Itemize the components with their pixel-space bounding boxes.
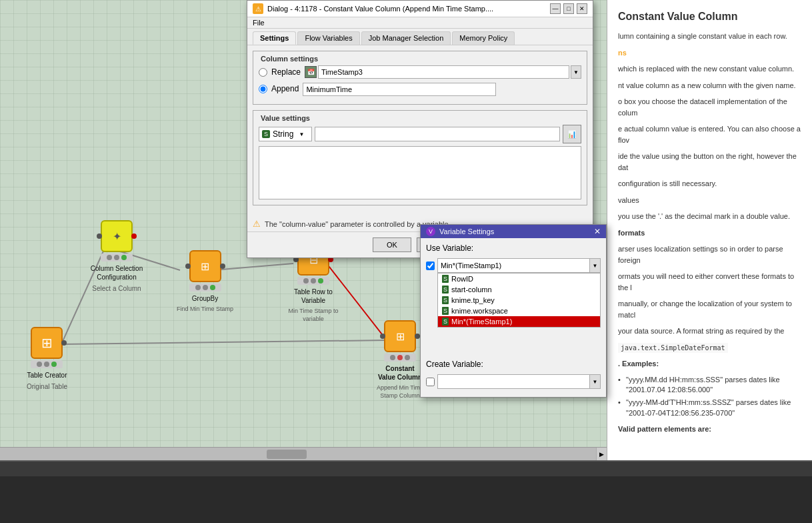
replace-combo: 📅 TimeStamp3 ▼ (305, 65, 581, 79)
ok-button[interactable]: OK (373, 237, 411, 252)
right-panel-para-7: configuration is still necessary. (618, 178, 801, 189)
traffic-dot-3 (318, 278, 323, 284)
minimize-button[interactable]: — (550, 3, 561, 14)
use-variable-dropdown-wrapper: Min*(TimeStamp1) ▼ S RowID S start-colum… (437, 258, 601, 273)
node-port-left (97, 233, 102, 239)
console-panel: Console Node Monitor — □ Console Node Mo… (0, 460, 812, 523)
dropdown-list: S RowID S start-column S knime.tp_key S … (437, 273, 601, 328)
dialog-title: Dialog - 4:1178 - Constant Value Column … (267, 5, 493, 13)
node-port-right (61, 340, 67, 346)
append-radio[interactable] (259, 85, 267, 93)
value-settings-label: Value settings (259, 114, 312, 122)
node-icon: ⊞ (41, 335, 53, 351)
dialog-title-icon: ⚠ (253, 3, 263, 14)
create-dropdown-arrow[interactable]: ▼ (589, 375, 600, 388)
var-close-button[interactable]: ✕ (594, 227, 601, 236)
traffic-dot-2 (114, 255, 119, 260)
right-panel-title: Constant Value Column (618, 11, 801, 23)
right-panel-decimal-note: you use the '.' as the decimal mark in a… (618, 211, 801, 222)
node-sublabel: Select a Column (92, 284, 141, 293)
dropdown-arrow-icon[interactable]: ▼ (589, 259, 600, 272)
right-panel-para-5: e actual column value is entered. You ca… (618, 123, 801, 145)
var-dialog-icon: V (426, 227, 435, 236)
example-1: "yyyy.MM.dd HH:mm:ss.SSS" parses dates l… (618, 375, 801, 396)
traffic-dot-2 (203, 285, 208, 290)
dropdown-item-knime-workspace[interactable]: S knime.workspace (438, 306, 600, 316)
example-2: "yyyy-MM-dd'T'HH:mm:ss.SSSZ" parses date… (618, 398, 801, 418)
dialog-menu: File (247, 17, 593, 29)
dialog-tabs: Settings Flow Variables Job Manager Sele… (247, 29, 593, 45)
node-column-selection[interactable]: ✦ Column Selection Configuration Select … (87, 220, 147, 293)
s-icon: S (442, 307, 449, 315)
replace-radio[interactable] (259, 68, 267, 77)
maximize-button[interactable]: □ (563, 3, 574, 14)
dropdown-item-min-timestamp[interactable]: S Min*(TimeStamp1) (438, 316, 600, 327)
var-title-left: V Variable Settings (426, 227, 494, 236)
close-button[interactable]: ✕ (577, 3, 587, 14)
node-traffic-lights (384, 354, 416, 362)
var-dialog-titlebar: V Variable Settings ✕ (421, 225, 606, 238)
dropdown-item-label: start-column (451, 286, 492, 294)
dropdown-item-knime-tp-key[interactable]: S knime.tp_key (438, 295, 600, 306)
value-variable-button[interactable]: 📊 (563, 125, 581, 143)
create-variable-check-row: ▼ (426, 374, 601, 389)
use-variable-dropdown[interactable]: Min*(TimeStamp1) ▼ (437, 258, 601, 273)
valid-label: Valid pattern elements are: (618, 424, 801, 435)
dropdown-item-start-column[interactable]: S start-column (438, 284, 600, 295)
combo-arrow[interactable]: ▼ (571, 65, 581, 79)
dropdown-selected-text: Min*(TimeStamp1) (438, 262, 589, 270)
node-groupby[interactable]: ⊞ GroupBy Find Min Time Stamp (177, 250, 233, 314)
traffic-dot-1 (195, 285, 201, 290)
traffic-dot-1 (37, 362, 42, 367)
node-icon: ⊞ (201, 260, 209, 273)
node-icon: ✦ (113, 230, 121, 243)
type-select[interactable]: S String ▼ (259, 127, 312, 141)
value-textarea[interactable] (259, 146, 581, 199)
create-variable-checkbox[interactable] (426, 378, 435, 386)
use-variable-label: Use Variable: (426, 243, 473, 253)
dialog-content: Column settings Replace 📅 TimeStamp3 ▼ A… (247, 45, 593, 216)
replace-input[interactable]: TimeStamp3 (318, 65, 569, 79)
append-input[interactable]: MinimumTime (303, 83, 496, 96)
use-variable-checkbox[interactable] (426, 262, 435, 270)
var-dialog-title: Variable Settings (439, 227, 494, 235)
right-panel: Constant Value Column lumn containing a … (607, 0, 812, 460)
replace-row: Replace 📅 TimeStamp3 ▼ (259, 65, 581, 79)
type-arrow: ▼ (299, 131, 304, 137)
node-port-left (185, 264, 191, 269)
create-variable-dropdown[interactable]: ▼ (437, 374, 601, 389)
traffic-dot-2 (44, 362, 49, 367)
console-tabs: Console Node Monitor (0, 462, 812, 476)
tab-settings[interactable]: Settings (253, 31, 296, 45)
node-sublabel: Find Min Time Stamp (177, 306, 233, 314)
svg-line-4 (61, 340, 387, 344)
value-input[interactable] (315, 127, 560, 141)
column-settings-section: Column settings Replace 📅 TimeStamp3 ▼ A… (253, 51, 587, 105)
node-port-right (220, 264, 225, 269)
tab-job-manager[interactable]: Job Manager Selection (361, 31, 451, 45)
tab-flow-variables[interactable]: Flow Variables (297, 31, 359, 45)
create-variable-row: Create Variable: (426, 360, 601, 369)
append-label: Append (271, 84, 299, 93)
node-label: Column Selection Configuration (87, 264, 147, 282)
scroll-right-arrow[interactable]: ▶ (596, 448, 607, 461)
dropdown-item-label: knime.tp_key (451, 296, 495, 304)
node-table-creator[interactable]: ⊞ Table Creator Original Table (27, 327, 67, 391)
scrollbar-thumb[interactable] (267, 450, 307, 459)
type-icon: S (262, 130, 270, 138)
var-content: Use Variable: Min*(TimeStamp1) ▼ S RowID… (421, 238, 606, 397)
menu-file[interactable]: File (253, 19, 265, 27)
right-panel-para-1: lumn containing a single constant value … (618, 31, 801, 42)
right-panel-para-values: values (618, 195, 801, 206)
window-controls: — □ ✕ (550, 3, 587, 14)
value-settings-section: Value settings S String ▼ 📊 (253, 110, 587, 205)
dropdown-item-rowid[interactable]: S RowID (438, 274, 600, 284)
traffic-dot-error (397, 355, 403, 360)
node-label: Table Row to Variable (283, 288, 343, 305)
create-variable-label: Create Variable: (426, 360, 483, 369)
right-panel-format-note1: arser uses localization settings so in o… (618, 243, 801, 266)
tab-memory-policy[interactable]: Memory Policy (452, 31, 515, 45)
traffic-dot-3 (51, 362, 57, 367)
right-panel-para-2: which is replaced with the new constant … (618, 63, 801, 75)
horizontal-scrollbar[interactable]: ▶ (0, 447, 607, 460)
